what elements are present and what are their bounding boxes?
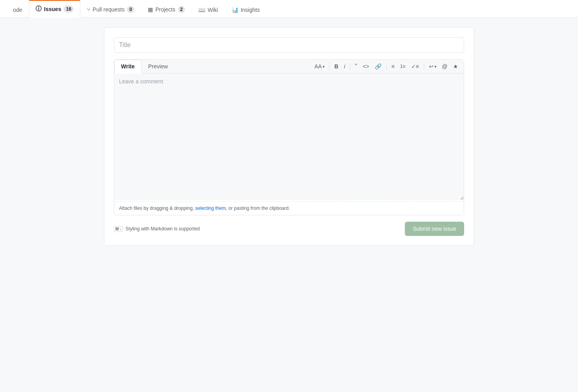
ordered-list-button[interactable]: 1≡ <box>398 62 408 71</box>
projects-icon: ▦ <box>148 6 153 13</box>
issues-icon: ⓘ <box>36 5 42 13</box>
quote-button[interactable]: “ <box>353 61 359 72</box>
tab-preview[interactable]: Preview <box>142 60 175 74</box>
tab-code-wrapper: ode <box>6 2 29 17</box>
pullrequests-count: 0 <box>127 6 134 13</box>
nav-tabs: ode ⓘ Issues 16 ⑂ Pull requests 0 ▦ Proj… <box>0 0 578 18</box>
heading-button[interactable]: AA ▾ <box>312 62 327 71</box>
link-button[interactable]: 🔗 <box>372 62 384 71</box>
tab-pullrequests[interactable]: ⑂ Pull requests 0 <box>80 1 141 18</box>
markdown-hint: M↓ Styling with Markdown is supported <box>114 226 200 232</box>
tab-insights-wrapper: 📊 Insights <box>225 2 266 17</box>
editor-toolbar: AA ▾ B i “ <box>309 60 464 73</box>
form-footer: M↓ Styling with Markdown is supported Su… <box>114 222 464 236</box>
bold-icon: B <box>334 63 338 70</box>
task-list-icon: ✓≡ <box>411 63 419 70</box>
ordered-list-icon: 1≡ <box>400 64 406 69</box>
mention-button[interactable]: @ <box>440 62 450 71</box>
unordered-list-icon: ≡ <box>391 63 395 70</box>
reply-button[interactable]: ↩ ▾ <box>427 62 439 71</box>
heading-dropdown-icon: ▾ <box>323 64 325 69</box>
tab-projects[interactable]: ▦ Projects 2 <box>141 1 192 18</box>
title-input[interactable] <box>114 37 464 53</box>
tab-pullrequests-wrapper: ⑂ Pull requests 0 <box>80 1 141 17</box>
tab-issues[interactable]: ⓘ Issues 16 <box>29 0 80 18</box>
tab-write[interactable]: Write <box>114 60 142 74</box>
reply-icon: ↩ <box>429 63 434 70</box>
bookmark-button[interactable]: ★ <box>451 62 461 71</box>
code-button[interactable]: <> <box>360 62 371 71</box>
unordered-list-button[interactable]: ≡ <box>389 62 397 71</box>
mention-icon: @ <box>442 63 448 70</box>
code-tab-label: ode <box>13 7 22 13</box>
bold-button[interactable]: B <box>332 62 341 71</box>
reply-dropdown-icon: ▾ <box>434 64 436 69</box>
comment-textarea[interactable] <box>114 74 464 200</box>
inline-code-icon: <> <box>363 63 369 70</box>
italic-button[interactable]: i <box>342 62 348 71</box>
issues-tab-label: Issues <box>44 6 61 12</box>
wiki-tab-label: Wiki <box>208 7 218 13</box>
issue-form: Write Preview AA ▾ B <box>104 27 474 246</box>
heading-icon: AA <box>314 63 322 70</box>
submit-new-issue-button[interactable]: Submit new issue <box>405 222 464 236</box>
wiki-icon: 📖 <box>198 7 205 13</box>
editor-tabs-left: Write Preview <box>114 60 175 73</box>
italic-icon: i <box>344 63 345 70</box>
tab-wiki-wrapper: 📖 Wiki <box>192 2 225 17</box>
tab-insights[interactable]: 📊 Insights <box>225 2 266 18</box>
attach-text-before: Attach files by dragging & dropping, <box>119 205 195 211</box>
attach-text-after: , or pasting from the clipboard. <box>226 205 290 211</box>
insights-icon: 📊 <box>232 7 238 13</box>
toolbar-divider-4 <box>424 62 424 70</box>
main-content: Write Preview AA ▾ B <box>91 18 487 255</box>
toolbar-divider-3 <box>386 62 387 70</box>
tab-projects-wrapper: ▦ Projects 2 <box>141 1 192 17</box>
markdown-icon: M↓ <box>114 226 123 232</box>
issues-count: 16 <box>64 6 74 13</box>
tab-code[interactable]: ode <box>6 2 29 18</box>
tab-wiki[interactable]: 📖 Wiki <box>192 2 225 18</box>
link-icon: 🔗 <box>375 63 382 70</box>
task-list-button[interactable]: ✓≡ <box>409 62 421 71</box>
tab-issues-wrapper: ⓘ Issues 16 <box>29 0 80 17</box>
attach-files-area: Attach files by dragging & dropping, sel… <box>114 201 464 215</box>
editor-header: Write Preview AA ▾ B <box>114 60 464 74</box>
projects-count: 2 <box>178 6 185 13</box>
attach-files-link[interactable]: selecting them <box>195 205 226 211</box>
toolbar-divider-2 <box>350 62 350 70</box>
quote-icon: “ <box>355 63 357 70</box>
editor-container: Write Preview AA ▾ B <box>114 59 464 215</box>
pull-request-icon: ⑂ <box>87 6 90 13</box>
bookmark-icon: ★ <box>453 63 458 70</box>
markdown-hint-text: Styling with Markdown is supported <box>125 226 200 232</box>
toolbar-divider-1 <box>329 62 330 70</box>
projects-tab-label: Projects <box>155 6 176 13</box>
insights-tab-label: Insights <box>241 7 260 13</box>
pullrequests-tab-label: Pull requests <box>93 6 125 13</box>
